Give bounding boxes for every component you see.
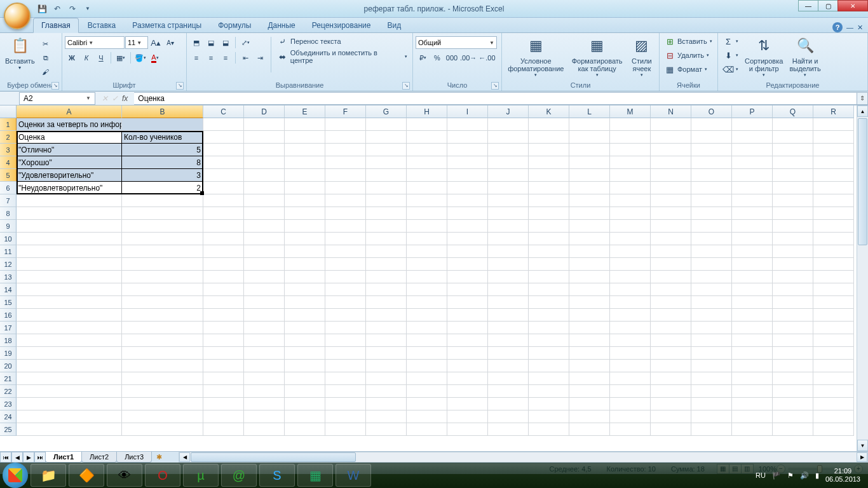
tab-review[interactable]: Рецензирование [304,18,379,32]
cell[interactable] [732,182,773,194]
cell[interactable] [732,169,773,182]
cell[interactable] [569,131,610,144]
cell[interactable] [325,118,366,131]
cell[interactable] [203,245,244,258]
horizontal-scrollbar[interactable]: ◀ ▶ [179,452,868,463]
cell[interactable] [813,322,854,334]
column-header[interactable]: A [17,105,122,118]
column-header[interactable]: H [407,105,447,118]
cell[interactable] [285,360,325,372]
cell[interactable] [569,169,610,182]
cell[interactable] [569,283,610,296]
undo-icon[interactable]: ↶ [51,3,64,15]
cell[interactable] [17,220,122,233]
cell[interactable] [651,144,691,156]
cell[interactable] [691,207,732,220]
cell[interactable] [813,347,854,360]
cell[interactable] [366,423,407,436]
cell[interactable] [651,334,691,347]
cell[interactable] [691,398,732,410]
cell[interactable] [122,385,203,398]
cell[interactable] [529,144,569,156]
cell[interactable] [325,169,366,182]
cell[interactable] [17,347,122,360]
minimize-button[interactable]: — [798,0,818,11]
row-header[interactable]: 20 [0,360,17,372]
cell[interactable] [691,309,732,322]
cell[interactable] [325,144,366,156]
cell[interactable] [732,118,773,131]
cell[interactable] [610,258,651,271]
cell[interactable] [691,258,732,271]
cell[interactable] [773,410,813,423]
cell[interactable] [610,220,651,233]
autosum-button[interactable]: Σ▾ [721,34,741,48]
cell[interactable] [285,220,325,233]
cell[interactable] [366,233,407,245]
maximize-button[interactable]: ▢ [818,0,838,11]
cell[interactable] [691,347,732,360]
cell[interactable] [773,194,813,207]
cell[interactable] [122,296,203,309]
cell[interactable] [407,156,447,169]
cell[interactable] [732,233,773,245]
cell[interactable] [122,271,203,283]
network-icon[interactable]: ▮ [815,471,819,480]
cell[interactable] [773,309,813,322]
cell[interactable] [203,220,244,233]
column-header[interactable]: N [651,105,691,118]
cell[interactable] [813,423,854,436]
cell[interactable] [325,271,366,283]
cell[interactable] [203,258,244,271]
cell[interactable] [813,296,854,309]
ribbon-minimize-icon[interactable]: — [846,24,853,31]
cell[interactable] [488,385,529,398]
tab-page-layout[interactable]: Разметка страницы [125,18,209,32]
row-header[interactable]: 19 [0,347,17,360]
cell[interactable]: "Отлично" [17,144,122,156]
cell[interactable] [691,233,732,245]
format-as-table-button[interactable]: ▦Форматировать как таблицу▾ [569,34,625,79]
cell[interactable] [17,385,122,398]
cell[interactable] [529,334,569,347]
word-task-icon[interactable]: W [336,464,371,487]
cell[interactable] [17,423,122,436]
cell[interactable] [407,334,447,347]
cell[interactable] [773,169,813,182]
cell[interactable] [203,144,244,156]
cell[interactable] [244,118,285,131]
office-button[interactable] [4,3,31,29]
cell[interactable] [447,233,488,245]
cell[interactable] [203,131,244,144]
cell[interactable] [285,144,325,156]
align-left-icon[interactable]: ≡ [189,51,203,65]
spreadsheet-grid[interactable]: ABCDEFGHIJKLMNOPQR 123456789101112131415… [0,105,868,451]
cell[interactable] [569,296,610,309]
find-select-button[interactable]: 🔍Найти и выделить▾ [787,34,823,79]
cell[interactable] [529,118,569,131]
column-header[interactable]: P [732,105,773,118]
cell[interactable] [203,322,244,334]
tab-data[interactable]: Данные [260,18,302,32]
comma-icon[interactable]: 000 [445,51,459,65]
cell[interactable] [569,220,610,233]
cell[interactable] [529,296,569,309]
font-name-combo[interactable]: Calibri▼ [65,36,125,49]
cell[interactable] [488,169,529,182]
cell[interactable] [325,423,366,436]
cell[interactable] [569,347,610,360]
redo-icon[interactable]: ↷ [66,3,79,15]
cell[interactable] [122,245,203,258]
cell[interactable] [529,258,569,271]
cell[interactable] [488,372,529,385]
cell[interactable] [17,207,122,220]
grow-font-icon[interactable]: A▴ [149,36,163,50]
cell[interactable] [813,207,854,220]
cell[interactable] [122,347,203,360]
cell[interactable] [488,194,529,207]
cell[interactable] [732,309,773,322]
cell[interactable] [122,233,203,245]
cell[interactable] [366,347,407,360]
font-size-combo[interactable]: 11▼ [125,36,148,49]
tab-home[interactable]: Главная [33,18,79,33]
